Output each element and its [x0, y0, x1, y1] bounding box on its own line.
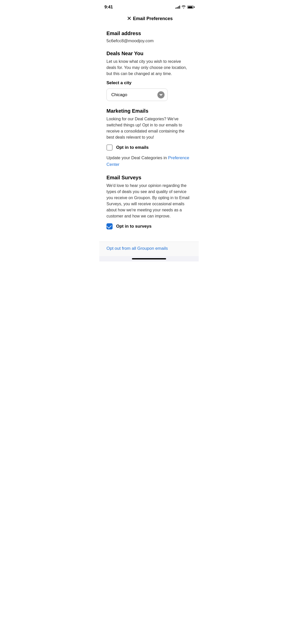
marketing-section: Marketing Emails Looking for our Deal Ca… — [106, 108, 192, 168]
content-area: Email address 5c6efcc8@moodjoy.com Deals… — [99, 25, 199, 242]
deals-section-title: Deals Near You — [106, 51, 192, 56]
signal-icon — [175, 6, 180, 9]
close-button[interactable]: ✕ — [125, 15, 133, 22]
opt-in-emails-checkbox[interactable] — [106, 144, 113, 151]
opt-out-link[interactable]: Opt out from all Groupon emails — [106, 246, 168, 251]
opt-in-surveys-label: Opt in to surveys — [116, 224, 152, 229]
opt-in-emails-label: Opt in to emails — [116, 145, 149, 150]
battery-icon — [187, 6, 194, 9]
deals-description: Let us know what city you wish to receiv… — [106, 58, 192, 77]
close-icon: ✕ — [127, 16, 131, 21]
email-value: 5c6efcc8@moodjoy.com — [106, 38, 192, 43]
surveys-section: Email Surveys We'd love to hear your opi… — [106, 175, 192, 229]
preference-center-text: Update your Deal Categories in Preferenc… — [106, 155, 192, 168]
home-indicator — [99, 256, 199, 261]
opt-out-section: Opt out from all Groupon emails — [99, 242, 199, 256]
city-select-container: Chicago New York Los Angeles Houston Pho… — [106, 89, 168, 101]
surveys-description: We'd love to hear your opinion regarding… — [106, 183, 192, 219]
email-section-title: Email address — [106, 31, 192, 36]
marketing-description: Looking for our Deal Categories? We've s… — [106, 116, 192, 140]
marketing-section-title: Marketing Emails — [106, 108, 192, 114]
surveys-section-title: Email Surveys — [106, 175, 192, 181]
status-icons — [175, 5, 194, 9]
opt-in-surveys-row[interactable]: Opt in to surveys — [106, 223, 192, 229]
deals-section: Deals Near You Let us know what city you… — [106, 51, 192, 101]
page-title: Email Preferences — [133, 16, 173, 21]
city-dropdown[interactable]: Chicago New York Los Angeles Houston Pho… — [106, 89, 168, 101]
status-bar: 9:41 — [99, 0, 199, 13]
email-section: Email address 5c6efcc8@moodjoy.com — [106, 31, 192, 43]
nav-bar: ✕ Email Preferences — [99, 13, 199, 25]
city-field-label: Select a city — [106, 80, 192, 85]
wifi-icon — [182, 5, 186, 9]
home-bar — [132, 258, 166, 259]
opt-in-emails-row[interactable]: Opt in to emails — [106, 144, 192, 151]
opt-in-surveys-checkbox[interactable] — [106, 223, 113, 229]
status-time: 9:41 — [104, 5, 113, 10]
